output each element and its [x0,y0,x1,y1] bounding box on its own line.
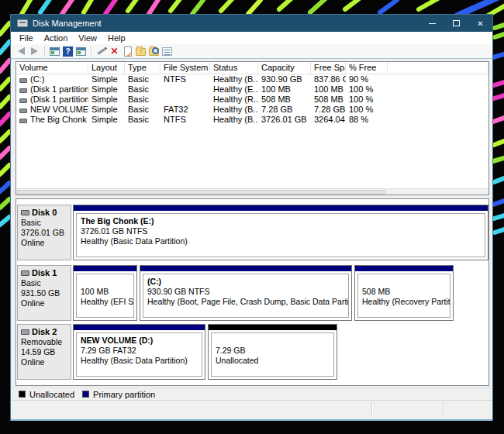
toolbar: ? ✕ [11,44,492,59]
disk2-partition-d[interactable]: NEW VOLUME (D:) 7.29 GB FAT32 Healthy (B… [73,324,205,380]
disk0-header[interactable]: Disk 0 Basic 3726.01 GB Online [17,205,71,260]
close-button[interactable]: ✕ [468,15,492,32]
volume-cell: NEW VOLUME (D:) [16,105,88,115]
primary-partition-bar [74,266,136,271]
volume-icon [19,108,27,113]
legend-unallocated: Unallocated [19,390,74,399]
disk-icon [21,210,29,215]
volume-icon [19,119,27,123]
unallocated-color-swatch [19,391,26,398]
status-bar-divider [371,403,372,415]
action-pane-icon[interactable] [75,46,87,57]
toolbar-separator [91,46,91,57]
status-bar [11,400,492,417]
primary-partition-bar [74,205,488,211]
disk1-row: Disk 1 Basic 931.50 GB Online 100 MB Hea… [16,265,488,321]
maximize-button[interactable] [444,15,468,32]
volume-row-the-big-chonk-e[interactable]: The Big Chonk (E:) Simple Basic NTFS Hea… [16,115,488,125]
column-header-volume[interactable]: Volume [16,62,88,74]
menu-action[interactable]: Action [43,33,70,43]
column-header-pct-free[interactable]: % Free [346,62,388,74]
volume-icon [19,88,27,93]
legend-primary-partition-label: Primary partition [93,390,155,399]
column-header-filler [388,62,488,74]
volume-row-disk1-part4[interactable]: (Disk 1 partition 4) Simple Basic Health… [16,95,488,105]
legend-unallocated-label: Unallocated [29,390,74,399]
disk1-partition-c[interactable]: (C:) 930.90 GB NTFS Healthy (Boot, Page … [140,265,352,321]
column-header-layout[interactable]: Layout [88,62,125,74]
disk2-header[interactable]: Disk 2 Removable 14.59 GB Online [17,324,71,380]
menu-bar: File Action View Help [11,32,492,44]
help-icon[interactable]: ? [62,46,74,57]
disk1-partition-efi[interactable]: 100 MB Healthy (EFI System Partition) [73,265,137,321]
pointer-tool-icon[interactable] [95,46,107,57]
window-title: Disk Management [33,19,102,28]
disk-icon [21,270,29,276]
horizontal-scrollbar[interactable] [16,188,488,195]
disk-management-window: Disk Management ✕ File Action View Help … [10,14,493,421]
volume-cell: (C:) [16,74,88,84]
disk0-partition-e[interactable]: The Big Chonk (E:) 3726.01 GB NTFS Healt… [73,205,488,260]
column-header-file-system[interactable]: File System [161,62,210,74]
disk-drive-icon [17,19,28,27]
column-header-capacity[interactable]: Capacity [258,62,311,74]
primary-partition-bar [355,266,453,271]
forward-icon[interactable] [29,46,40,57]
column-header-free-space[interactable]: Free Spa... [311,62,346,74]
volume-icon [19,98,27,103]
disk2-row: Disk 2 Removable 14.59 GB Online NEW VOL… [16,324,488,380]
volume-row-disk1-part1[interactable]: (Disk 1 partition 1) Simple Basic Health… [16,84,488,95]
disk-graphic-pane: Disk 0 Basic 3726.01 GB Online The Big C… [16,198,489,386]
folder-up-icon[interactable] [135,46,147,57]
disk2-kind: Removable [21,337,69,347]
volume-list-pane: Volume Layout Type File System Status Ca… [16,61,489,195]
disk0-state: Online [21,238,69,248]
back-icon[interactable] [16,46,27,57]
status-bar-divider [443,403,444,415]
volume-icon [19,78,27,83]
maximize-icon [453,20,460,26]
disk1-header[interactable]: Disk 1 Basic 931.50 GB Online [17,265,71,321]
primary-partition-bar [140,266,351,271]
minimize-button[interactable] [420,15,444,32]
disk2-size: 14.59 GB [21,347,69,357]
desktop-background: Disk Management ✕ File Action View Help … [0,0,504,434]
volume-row-new-volume-d[interactable]: NEW VOLUME (D:) Simple Basic FAT32 Healt… [16,105,488,115]
primary-partition-bar [74,325,205,330]
properties-icon[interactable] [161,46,173,57]
disk1-state: Online [21,298,69,308]
column-header-type[interactable]: Type [125,62,161,74]
toolbar-separator [44,46,45,57]
volume-cell: (Disk 1 partition 1) [16,84,88,95]
delete-icon[interactable]: ✕ [109,46,120,57]
console-tree-icon[interactable] [49,46,60,57]
check-document-icon[interactable] [122,46,133,57]
column-header-status[interactable]: Status [210,62,258,74]
disk-icon [21,329,29,335]
legend-primary-partition: Primary partition [82,390,155,399]
title-bar[interactable]: Disk Management ✕ [11,15,492,32]
primary-partition-color-swatch [82,391,89,398]
disk0-kind: Basic [21,218,69,228]
menu-view[interactable]: View [77,33,98,43]
disk1-kind: Basic [21,278,69,288]
volume-list-header: Volume Layout Type File System Status Ca… [16,62,488,74]
volume-row-c[interactable]: (C:) Simple Basic NTFS Healthy (B... 930… [16,74,488,84]
legend-bar: Unallocated Primary partition [11,388,492,400]
disk2-unallocated-region[interactable]: 7.29 GB Unallocated [208,324,337,380]
menu-help[interactable]: Help [106,33,127,43]
folder-find-icon[interactable] [148,46,160,57]
disk1-size: 931.50 GB [21,288,69,298]
scrollbar-thumb[interactable] [17,190,385,195]
unallocated-bar [209,325,337,330]
volume-cell: (Disk 1 partition 4) [16,95,88,105]
menu-file[interactable]: File [18,33,35,43]
disk2-state: Online [21,357,69,367]
minimize-icon [429,23,436,24]
disk0-size: 3726.01 GB [21,228,69,238]
volume-cell: The Big Chonk (E:) [16,115,88,125]
disk0-row: Disk 0 Basic 3726.01 GB Online The Big C… [16,205,488,260]
disk1-partition-recovery[interactable]: 508 MB Healthy (Recovery Partition) [354,265,454,321]
close-icon: ✕ [477,19,483,28]
